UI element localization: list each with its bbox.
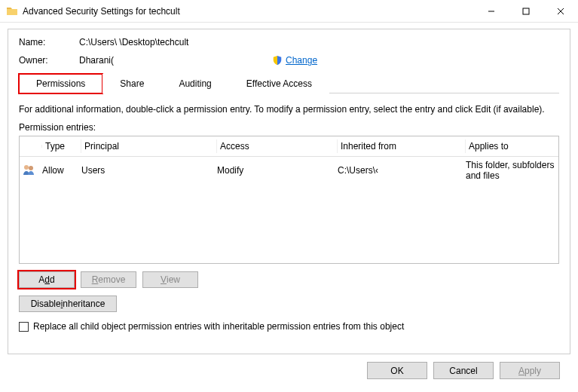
col-inherited[interactable]: Inherited from	[338, 139, 466, 153]
cell-type: Allow	[42, 165, 81, 176]
tab-effective-access[interactable]: Effective Access	[229, 74, 329, 93]
name-value: C:\Users\ \Desktop\techcult	[79, 37, 188, 47]
table-row[interactable]: Allow Users Modify C:\Users\‹ This folde…	[20, 157, 558, 184]
main-panel: Name: C:\Users\ \Desktop\techcult Owner:…	[8, 29, 570, 354]
replace-children-label: Replace all child object permission entr…	[33, 321, 404, 332]
window-title: Advanced Security Settings for techcult	[23, 6, 474, 17]
tab-permissions[interactable]: Permissions	[19, 74, 102, 93]
maximize-button[interactable]	[509, 0, 543, 23]
remove-button: Remove	[81, 271, 136, 288]
instruction-text: For additional information, double-click…	[19, 104, 559, 115]
col-applies[interactable]: Applies to	[466, 139, 555, 153]
titlebar: Advanced Security Settings for techcult	[0, 0, 578, 23]
table-header: Type Principal Access Inherited from App…	[20, 136, 558, 157]
minimize-button[interactable]	[474, 0, 509, 23]
shield-icon	[272, 55, 283, 66]
cell-principal: Users	[81, 165, 217, 176]
cell-applies: This folder, subfolders and files	[466, 160, 555, 181]
disable-inheritance-button[interactable]: Disable inheritance	[19, 296, 117, 312]
tab-auditing[interactable]: Auditing	[161, 74, 228, 93]
svg-point-4	[24, 165, 29, 170]
col-type[interactable]: Type	[42, 139, 81, 153]
change-label: Change	[286, 55, 317, 66]
change-owner-link[interactable]: Change	[272, 55, 317, 66]
owner-label: Owner:	[19, 55, 79, 66]
col-icon[interactable]	[23, 145, 42, 148]
add-button[interactable]: Add	[19, 271, 75, 288]
cell-inherited: C:\Users\‹	[338, 165, 466, 176]
users-icon	[23, 164, 42, 178]
col-principal[interactable]: Principal	[81, 139, 217, 153]
entries-label: Permission entries:	[19, 122, 559, 133]
owner-value: Dharani(	[79, 55, 114, 66]
permissions-table: Type Principal Access Inherited from App…	[19, 136, 559, 264]
close-button[interactable]	[543, 0, 578, 23]
col-access[interactable]: Access	[217, 139, 338, 153]
svg-point-5	[29, 166, 33, 170]
apply-button: Apply	[500, 362, 560, 379]
view-button: View	[142, 271, 198, 288]
ok-button[interactable]: OK	[367, 362, 427, 379]
svg-rect-1	[523, 8, 529, 14]
dialog-footer: OK Cancel Apply	[8, 354, 570, 379]
cell-access: Modify	[217, 165, 338, 176]
name-label: Name:	[19, 37, 79, 47]
tab-bar: Permissions Share Auditing Effective Acc…	[19, 73, 559, 93]
folder-icon	[6, 5, 18, 17]
cancel-button[interactable]: Cancel	[433, 362, 494, 379]
tab-share[interactable]: Share	[102, 74, 161, 93]
replace-children-checkbox[interactable]	[19, 322, 29, 332]
